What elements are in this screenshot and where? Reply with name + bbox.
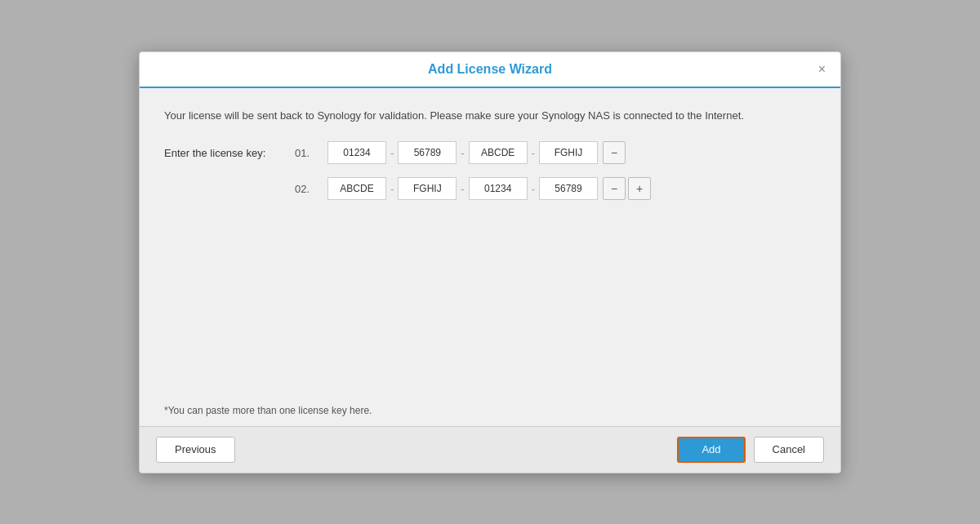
- previous-button[interactable]: Previous: [156, 437, 235, 463]
- dialog-title: Add License Wizard: [428, 62, 552, 77]
- key-input-2-4[interactable]: [539, 177, 598, 200]
- add-license-dialog: Add License Wizard × Your license will b…: [139, 51, 841, 473]
- cancel-button[interactable]: Cancel: [754, 437, 824, 463]
- add-button[interactable]: Add: [677, 437, 745, 463]
- license-number-1: 01.: [295, 147, 327, 159]
- key-sep-1-1: -: [386, 147, 398, 159]
- key-input-2-3[interactable]: [469, 177, 528, 200]
- key-sep-1-3: -: [528, 147, 539, 159]
- footer-right: Add Cancel: [677, 437, 824, 463]
- remove-license-1-button[interactable]: −: [603, 141, 626, 164]
- dialog-footer: Previous Add Cancel: [140, 426, 840, 473]
- license-row-1: Enter the license key: 01. - - - −: [164, 141, 816, 164]
- key-sep-2-3: -: [528, 183, 539, 195]
- license-number-2: 02.: [295, 183, 327, 195]
- key-sep-2-1: -: [386, 183, 398, 195]
- key-fields-1: - - - −: [327, 141, 626, 164]
- key-sep-1-2: -: [457, 147, 468, 159]
- key-input-2-2[interactable]: [398, 177, 457, 200]
- footer-note-text: *You can paste more than one license key…: [164, 405, 372, 416]
- dialog-header: Add License Wizard ×: [140, 52, 840, 88]
- key-input-1-2[interactable]: [398, 141, 457, 164]
- key-input-1-1[interactable]: [327, 141, 386, 164]
- key-fields-2: - - - − +: [327, 177, 651, 200]
- footer-note: *You can paste more than one license key…: [140, 398, 840, 426]
- key-input-2-1[interactable]: [327, 177, 386, 200]
- dialog-body: Your license will be sent back to Synolo…: [140, 88, 840, 398]
- license-row-2: 02. - - - − +: [164, 177, 816, 200]
- close-button[interactable]: ×: [815, 61, 829, 78]
- footer-left: Previous: [156, 437, 235, 463]
- key-sep-2-2: -: [457, 183, 468, 195]
- key-input-1-4[interactable]: [539, 141, 598, 164]
- remove-license-2-button[interactable]: −: [603, 177, 626, 200]
- key-input-1-3[interactable]: [469, 141, 528, 164]
- enter-label: Enter the license key:: [164, 147, 295, 159]
- add-license-button[interactable]: +: [628, 177, 651, 200]
- info-text: Your license will be sent back to Synolo…: [164, 108, 816, 124]
